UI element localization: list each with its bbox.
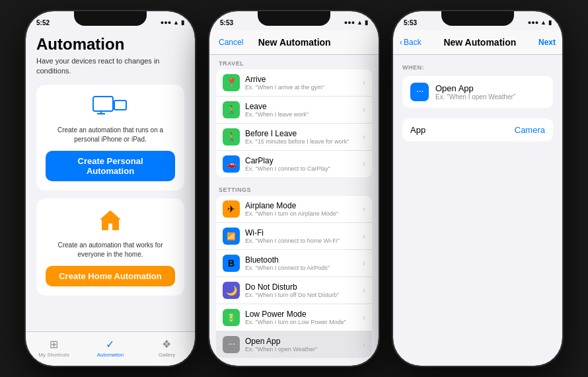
travel-section-header: TRAVEL	[209, 55, 379, 69]
nav-bar-2: Cancel New Automation	[209, 30, 379, 55]
cancel-button[interactable]: Cancel	[219, 38, 243, 47]
leave-text: Leave Ex. "When I leave work"	[245, 102, 363, 118]
openapp-subtitle: Ex. "When I open Weather"	[245, 346, 363, 353]
when-app-title: Open App	[435, 83, 545, 93]
personal-card-desc: Create an automation that runs on a pers…	[46, 126, 175, 144]
tab-bar: ⊞ My Shortcuts ✓ Automation ❖ Gallery	[26, 331, 195, 366]
bluetooth-title: Bluetooth	[245, 255, 363, 265]
wifi-text: Wi-Fi Ex. "When I connect to home Wi-Fi"	[245, 228, 363, 244]
leave-chevron: ›	[363, 105, 365, 114]
app-setting-item[interactable]: App Camera	[402, 118, 553, 142]
openapp-chevron: ›	[363, 340, 365, 349]
automation-content: Automation Have your devices react to ch…	[26, 30, 195, 331]
dnd-chevron: ›	[363, 286, 365, 295]
openapp-title: Open App	[245, 337, 363, 346]
lowpower-title: Low Power Mode	[245, 310, 363, 319]
dnd-icon: 🌙	[223, 282, 240, 299]
svg-marker-4	[100, 210, 121, 230]
back-chevron-icon: ‹	[400, 38, 402, 47]
carplay-chevron: ›	[363, 159, 365, 169]
tab-gallery-label: Gallery	[159, 352, 175, 358]
before-leave-subtitle: Ex. "15 minutes before I leave for work"	[245, 138, 363, 145]
phone-1: 5:52 ●●● ▲ ▮ Automation Have your device…	[24, 10, 196, 367]
list-item-carplay[interactable]: 🚗 CarPlay Ex. "When I connect to CarPlay…	[216, 151, 372, 177]
when-app-subtitle: Ex. "When I open Weather"	[435, 93, 545, 101]
arrive-subtitle: Ex. "When I arrive at the gym"	[245, 84, 363, 91]
before-leave-title: Before I Leave	[245, 129, 363, 138]
list-item-before-leave[interactable]: 🚶 Before I Leave Ex. "15 minutes before …	[216, 124, 372, 151]
list-item-arrive[interactable]: 📍 Arrive Ex. "When I arrive at the gym" …	[216, 69, 372, 97]
airplane-title: Airplane Mode	[245, 201, 363, 210]
battery-icon: ▮	[181, 19, 184, 26]
settings-section-header: SETTINGS	[209, 181, 379, 196]
page-subtitle: Have your devices react to changes in co…	[36, 56, 184, 77]
airplane-text: Airplane Mode Ex. "When I turn on Airpla…	[245, 201, 363, 217]
automation-list: TRAVEL 📍 Arrive Ex. "When I arrive at th…	[209, 55, 379, 366]
wifi-title: Wi-Fi	[245, 228, 363, 237]
phone-2: 5:53 ●●● ▲ ▮ Cancel New Automation TRAVE…	[208, 10, 380, 367]
wifi-2-icon: ▲	[357, 19, 363, 26]
shortcuts-icon: ⊞	[50, 338, 58, 351]
wifi-icon: 📶	[223, 228, 240, 245]
dnd-subtitle: Ex. "When I turn off Do Not Disturb"	[245, 292, 363, 298]
when-label: WHEN:	[402, 64, 553, 71]
automation-icon: ✓	[106, 338, 114, 351]
gallery-icon: ❖	[162, 338, 171, 351]
status-icons-1: ●●● ▲ ▮	[161, 19, 184, 26]
tab-my-shortcuts[interactable]: ⊞ My Shortcuts	[26, 338, 82, 358]
tab-automation-label: Automation	[97, 352, 124, 358]
list-item-wifi[interactable]: 📶 Wi-Fi Ex. "When I connect to home Wi-F…	[216, 223, 372, 250]
list-item-dnd[interactable]: 🌙 Do Not Disturb Ex. "When I turn off Do…	[216, 277, 372, 304]
next-button[interactable]: Next	[538, 38, 556, 47]
bluetooth-icon: B	[223, 255, 240, 272]
lowpower-chevron: ›	[363, 313, 365, 322]
phone-3: 5:53 ●●● ▲ ▮ ‹ Back New Automation Next …	[392, 10, 564, 367]
screen-2: 5:53 ●●● ▲ ▮ Cancel New Automation TRAVE…	[209, 11, 379, 366]
status-icons-3: ●●● ▲ ▮	[528, 19, 552, 26]
travel-list-group: 📍 Arrive Ex. "When I arrive at the gym" …	[216, 69, 372, 177]
signal-icon: ●●●	[161, 19, 171, 26]
leave-subtitle: Ex. "When I leave work"	[245, 111, 363, 118]
arrive-title: Arrive	[245, 75, 363, 84]
home-card-desc: Create an automation that works for ever…	[46, 241, 175, 259]
tab-automation[interactable]: ✓ Automation	[82, 338, 138, 358]
before-leave-text: Before I Leave Ex. "15 minutes before I …	[245, 129, 363, 145]
signal-2-icon: ●●●	[344, 19, 355, 26]
nav-bar-3: ‹ Back New Automation Next	[393, 30, 562, 55]
screen-3: 5:53 ●●● ▲ ▮ ‹ Back New Automation Next …	[393, 11, 562, 366]
dnd-title: Do Not Disturb	[245, 282, 363, 292]
app-settings-row: App Camera	[402, 118, 553, 142]
carplay-subtitle: Ex. "When I connect to CarPlay"	[245, 165, 363, 172]
bluetooth-subtitle: Ex. "When I connect to AirPods"	[245, 265, 363, 271]
house-icon	[98, 208, 123, 235]
tab-shortcuts-label: My Shortcuts	[38, 352, 69, 358]
devices-icon	[92, 94, 129, 120]
lowpower-text: Low Power Mode Ex. "When I turn on Low P…	[245, 310, 363, 325]
personal-card: Create an automation that runs on a pers…	[36, 85, 184, 190]
back-button[interactable]: ‹ Back	[400, 38, 422, 47]
list-item-openapp[interactable]: ⋯ Open App Ex. "When I open Weather" ›	[216, 331, 372, 358]
status-icons-2: ●●● ▲ ▮	[344, 19, 368, 26]
create-home-btn[interactable]: Create Home Automation	[46, 266, 175, 286]
tab-gallery[interactable]: ❖ Gallery	[139, 338, 195, 358]
notch-2	[258, 11, 330, 26]
leave-title: Leave	[245, 102, 363, 111]
when-text: Open App Ex. "When I open Weather"	[435, 83, 545, 101]
time-1: 5:52	[36, 19, 50, 26]
home-card: Create an automation that works for ever…	[36, 198, 184, 296]
battery-2-icon: ▮	[365, 19, 368, 26]
when-row: ⋯ Open App Ex. "When I open Weather"	[402, 76, 553, 108]
wifi-chevron: ›	[363, 231, 365, 241]
back-label: Back	[404, 38, 422, 47]
list-item-leave[interactable]: 🚶 Leave Ex. "When I leave work" ›	[216, 97, 372, 124]
wifi-status-icon: ▲	[173, 19, 179, 26]
list-item-lowpower[interactable]: 🔋 Low Power Mode Ex. "When I turn on Low…	[216, 304, 372, 331]
list-item-airplane[interactable]: ✈ Airplane Mode Ex. "When I turn on Airp…	[216, 196, 372, 223]
lowpower-subtitle: Ex. "When I turn on Low Power Mode"	[245, 319, 363, 325]
nav-title-2: New Automation	[258, 37, 331, 48]
svg-rect-1	[114, 101, 126, 110]
list-item-bluetooth[interactable]: B Bluetooth Ex. "When I connect to AirPo…	[216, 250, 372, 277]
create-personal-btn[interactable]: Create Personal Automation	[46, 151, 175, 181]
svg-rect-0	[93, 97, 113, 111]
wifi-subtitle: Ex. "When I connect to home Wi-Fi"	[245, 237, 363, 244]
